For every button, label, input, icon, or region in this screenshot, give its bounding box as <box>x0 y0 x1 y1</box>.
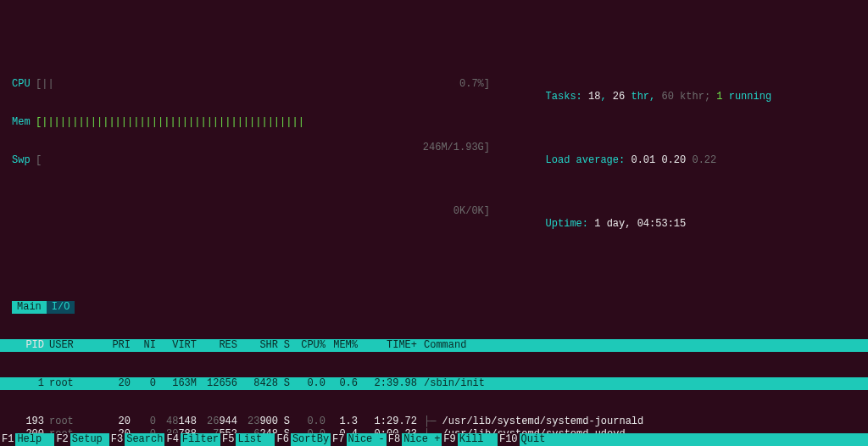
fkey-help[interactable]: F1Help <box>0 433 54 446</box>
fkey-setup[interactable]: F2Setup <box>54 433 108 446</box>
fkey-kill[interactable]: F9Kill <box>442 433 498 446</box>
fkey-quit[interactable]: F10Quit <box>498 433 559 446</box>
fkey-nice +[interactable]: F8Nice + <box>387 433 442 446</box>
process-row[interactable]: 193root200481482694423900S0.01.31:29.72├… <box>0 415 868 428</box>
fkey-nice -[interactable]: F7Nice - <box>331 433 387 446</box>
cpu-meter: CPU [|| <box>12 78 419 91</box>
selected-row[interactable]: 1 root 20 0 163M 12656 8428 S 0.0 0.6 2:… <box>0 377 868 390</box>
tasks-line: 0.7%] Tasks: 18, 26 thr, 60 kthr; 1 runn… <box>419 78 863 116</box>
column-header[interactable]: PID USER PRI NI VIRT RES SHR S CPU% MEM%… <box>0 339 868 352</box>
fkey-search[interactable]: F3Search <box>109 433 165 446</box>
uptime-line: 0K/0K] Uptime: 1 day, 04:53:15 <box>419 205 863 243</box>
tab-io[interactable]: I/O <box>47 301 75 314</box>
mem-meter: Mem [|||||||||||||||||||||||||||||||||||… <box>12 116 419 129</box>
header-meters: CPU [|| Mem [|||||||||||||||||||||||||||… <box>0 51 868 270</box>
fkey-list[interactable]: F5List <box>220 433 275 446</box>
tab-main[interactable]: Main <box>12 301 47 314</box>
function-keys: F1HelpF2SetupF3SearchF4FilterF5List F6So… <box>0 433 868 446</box>
load-line: 246M/1.93G] Load average: 0.01 0.20 0.22 <box>419 142 863 180</box>
swp-meter: Swp [ <box>12 154 419 167</box>
fkey-sortby[interactable]: F6SortBy <box>275 433 331 446</box>
fkey-filter[interactable]: F4Filter <box>164 433 220 446</box>
